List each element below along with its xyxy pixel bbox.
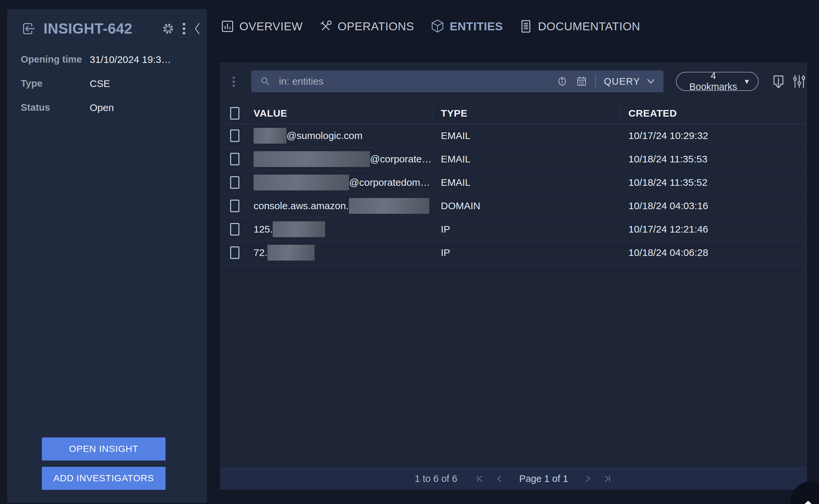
row-checkbox[interactable] <box>230 200 240 212</box>
column-header-label: TYPE <box>441 108 467 119</box>
row-checkbox[interactable] <box>230 246 240 259</box>
entity-created-cell: 10/17/24 12:21:46 <box>629 224 806 235</box>
entity-value-cell: console.aws.amazon. <box>254 198 441 214</box>
insight-sidebar-header: INSIGHT-642 <box>7 9 207 37</box>
column-divider <box>620 106 620 121</box>
table-row[interactable]: @corporatedom… EMAIL 10/18/24 11:35:52 <box>221 171 806 194</box>
select-all-cell <box>221 107 254 120</box>
tab-label: DOCUMENTATION <box>538 20 640 33</box>
redacted-value <box>254 151 370 167</box>
calendar-icon[interactable] <box>576 75 587 87</box>
field-label: Type <box>21 78 90 89</box>
caret-down-icon: ▾ <box>745 77 749 86</box>
bar-chart-icon <box>220 19 235 34</box>
table-row[interactable]: @corporate… EMAIL 10/18/24 11:35:53 <box>221 148 806 171</box>
row-select-cell <box>221 129 254 142</box>
table-footer: 1 to 6 of 6 Page 1 of 1 <box>221 468 806 489</box>
entity-value-cell: 72. <box>254 245 441 261</box>
entities-search-bar[interactable]: in: entities QUE <box>251 70 664 92</box>
value-prefix: 125. <box>254 224 273 235</box>
table-row[interactable]: console.aws.amazon. DOMAIN 10/18/24 04:0… <box>221 194 806 218</box>
entity-type-cell: IP <box>441 224 629 235</box>
insight-title: INSIGHT-642 <box>43 20 132 37</box>
field-value: Open <box>90 102 114 113</box>
redacted-value <box>273 221 325 237</box>
row-checkbox[interactable] <box>230 223 240 236</box>
tab-overview[interactable]: OVERVIEW <box>220 19 303 34</box>
info-icon[interactable] <box>556 76 568 87</box>
entity-type-cell: EMAIL <box>441 130 629 141</box>
row-checkbox[interactable] <box>230 153 240 165</box>
tab-label: OPERATIONS <box>338 20 414 33</box>
tab-documentation[interactable]: DOCUMENTATION <box>519 19 640 34</box>
redacted-value <box>349 198 429 214</box>
value-suffix: @corporatedom… <box>349 177 430 188</box>
filter-sliders-icon[interactable] <box>792 73 806 89</box>
search-input-value[interactable]: in: entities <box>279 76 324 87</box>
open-insight-button[interactable]: OPEN INSIGHT <box>42 437 165 461</box>
tools-icon <box>319 19 333 34</box>
value-suffix: @corporate… <box>370 154 432 165</box>
value-prefix: console.aws.amazon. <box>254 200 349 211</box>
entity-type-cell: EMAIL <box>441 154 629 165</box>
previous-page-icon[interactable] <box>495 474 505 484</box>
entity-value-cell: 125. <box>254 221 441 237</box>
table-row[interactable]: 125. IP 10/17/24 12:21:46 <box>221 218 806 241</box>
row-select-cell <box>221 200 254 212</box>
bookmarks-button[interactable]: 4 Bookmarks ▾ <box>676 72 759 91</box>
value-prefix: 72. <box>254 247 268 258</box>
row-select-cell <box>221 176 254 189</box>
entities-table-header: VALUE TYPE CREATED <box>221 102 806 124</box>
mouse-cursor <box>805 501 812 504</box>
next-page-icon[interactable] <box>582 474 592 484</box>
column-header-value[interactable]: VALUE <box>254 108 441 119</box>
drag-handle-icon[interactable] <box>232 76 236 87</box>
exit-insight-icon[interactable] <box>20 21 36 36</box>
field-value: CSE <box>90 78 110 89</box>
collapse-sidebar-chevron-icon[interactable] <box>193 21 202 36</box>
page-indicator: Page 1 of 1 <box>519 473 568 484</box>
entity-created-cell: 10/18/24 04:06:28 <box>629 247 806 258</box>
insight-header-actions <box>161 21 202 36</box>
kebab-menu-icon[interactable] <box>182 22 186 35</box>
column-divider <box>432 106 432 121</box>
field-value: 31/10/2024 19:3… <box>90 54 171 65</box>
tab-label: OVERVIEW <box>240 20 303 33</box>
search-divider <box>595 75 596 88</box>
entities-toolbar: in: entities QUE <box>221 63 806 92</box>
bookmarks-label: 4 Bookmarks <box>686 70 741 92</box>
column-header-type[interactable]: TYPE <box>441 108 629 119</box>
query-mode-label[interactable]: QUERY <box>604 76 640 87</box>
row-select-cell <box>221 153 254 165</box>
select-all-checkbox[interactable] <box>230 107 240 120</box>
entity-value-cell: @corporatedom… <box>254 175 441 190</box>
entity-created-cell: 10/17/24 10:29:32 <box>629 130 806 141</box>
settings-gear-icon[interactable] <box>161 22 175 35</box>
field-label: Opening time <box>21 54 90 65</box>
chevron-down-icon[interactable] <box>646 77 656 85</box>
row-checkbox[interactable] <box>230 129 240 142</box>
entity-created-cell: 10/18/24 11:35:53 <box>629 154 806 165</box>
entity-type-cell: EMAIL <box>441 177 629 188</box>
insight-sidebar: INSIGHT-642 <box>7 9 207 503</box>
entity-value-cell: @sumologic.com <box>254 128 441 144</box>
column-header-created[interactable]: CREATED <box>629 108 806 119</box>
first-page-icon[interactable] <box>475 474 485 484</box>
table-row[interactable]: 72. IP 10/18/24 04:06:28 <box>221 241 806 265</box>
tab-entities[interactable]: ENTITIES <box>430 19 503 34</box>
redacted-value <box>268 245 315 261</box>
last-page-icon[interactable] <box>602 474 612 484</box>
entity-type-cell: DOMAIN <box>441 200 629 211</box>
entity-created-cell: 10/18/24 04:03:16 <box>629 200 806 211</box>
table-row[interactable]: @sumologic.com EMAIL 10/17/24 10:29:32 <box>221 124 806 148</box>
column-header-label: CREATED <box>629 108 677 119</box>
field-label: Status <box>21 102 90 113</box>
field-status: Status Open <box>21 102 207 113</box>
insight-fields: Opening time 31/10/2024 19:3… Type CSE S… <box>21 54 207 113</box>
field-opening-time: Opening time 31/10/2024 19:3… <box>21 54 207 65</box>
add-investigators-button[interactable]: ADD INVESTIGATORS <box>42 467 165 490</box>
tab-operations[interactable]: OPERATIONS <box>319 19 414 34</box>
download-icon[interactable] <box>771 73 786 89</box>
field-type: Type CSE <box>21 78 207 89</box>
row-checkbox[interactable] <box>230 176 240 189</box>
